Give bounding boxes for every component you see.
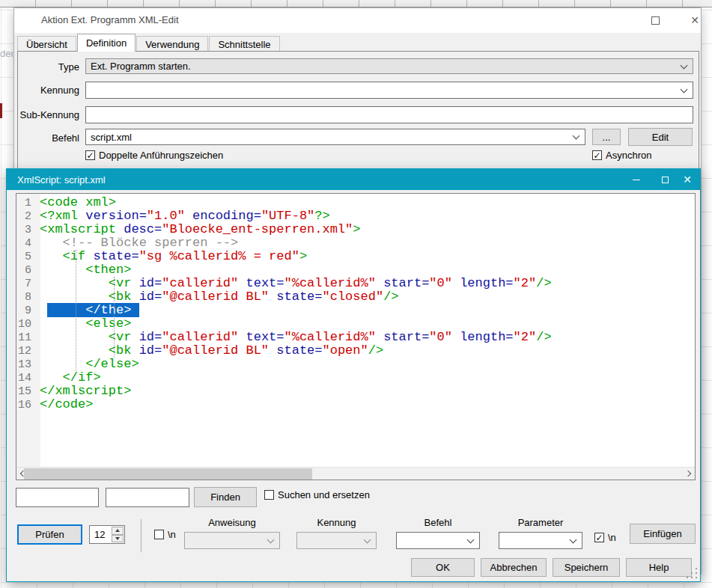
doppelte-checkbox[interactable]: ✓ — [85, 150, 95, 160]
line-number: 11 — [16, 331, 36, 345]
suchen-ersetzen-checkbox-row[interactable]: Suchen und ersetzen — [264, 489, 370, 500]
anweisung-combobox[interactable] — [184, 532, 280, 549]
code-line-text: </xmlscript> — [36, 384, 131, 398]
line-number-spinner[interactable]: 12 — [89, 525, 125, 544]
background-red-mark — [0, 103, 2, 118]
code-line[interactable]: 1<code xml> — [16, 196, 695, 209]
code-line[interactable]: 11 <vr id="callerid" text="%callerid%" s… — [16, 331, 695, 344]
doppelte-checkbox-label: Doppelte Anführungszeichen — [99, 150, 223, 161]
close-icon[interactable]: ✕ — [685, 11, 705, 29]
code-line[interactable]: 16</code> — [16, 398, 695, 411]
parameter-combobox[interactable] — [499, 532, 582, 549]
code-line[interactable]: 5 <if state="sg %callerid% = red"> — [16, 250, 695, 263]
tab-schnittstelle[interactable]: Schnittstelle — [209, 36, 279, 52]
line-number: 3 — [16, 224, 36, 237]
finden-button[interactable]: Finden — [194, 487, 257, 507]
search-input[interactable] — [16, 488, 99, 507]
edit-button[interactable]: Edit — [628, 128, 693, 146]
code-line-text: <bk id="@callerid BL" state="closed"/> — [36, 290, 399, 304]
replace-input[interactable] — [106, 488, 189, 507]
type-combobox[interactable]: Ext. Programm starten. — [85, 58, 693, 74]
line-number: 16 — [16, 399, 36, 412]
code-line[interactable]: 4 <!-- Blöcke sperren --> — [16, 236, 695, 250]
ok-button[interactable]: OK — [411, 558, 475, 577]
xmlscript-dialog-titlebar[interactable]: XmlScript: script.xml — [7, 169, 700, 190]
tab-verwendung[interactable]: Verwendung — [136, 36, 208, 52]
browse-button[interactable]: ... — [592, 129, 621, 145]
kennung-label: Kennung — [16, 85, 79, 96]
indent-guide — [114, 277, 115, 358]
code-line[interactable]: 12 <bk id="@callerid BL" state="open"/> — [16, 344, 695, 358]
line-number: 1 — [16, 197, 36, 210]
chevron-down-icon — [267, 536, 275, 543]
code-line[interactable]: 13 </else> — [16, 358, 695, 371]
resize-grip[interactable] — [687, 568, 697, 578]
line-number: 10 — [16, 318, 36, 331]
kennung2-label: Kennung — [296, 517, 377, 528]
abbrechen-button[interactable]: Abbrechen — [481, 558, 547, 577]
code-line[interactable]: 10 <else> — [16, 317, 695, 331]
doppelte-checkbox-row[interactable]: ✓ Doppelte Anführungszeichen — [85, 150, 223, 161]
code-line-text: <if state="sg %callerid% = red"> — [36, 249, 307, 263]
newline2-checkbox[interactable]: ✓ — [594, 533, 604, 542]
chevron-down-icon — [681, 85, 688, 93]
einfuegen-button[interactable]: Einfügen — [630, 524, 696, 544]
kennung2-combobox[interactable] — [296, 532, 377, 549]
befehl-label: Befehl — [16, 132, 79, 144]
asynchron-checkbox[interactable]: ✓ — [592, 150, 602, 160]
befehl2-label: Befehl — [396, 517, 480, 528]
suchen-ersetzen-checkbox[interactable] — [264, 490, 274, 500]
action-dialog-title: Aktion Ext. Programm XML-Edit — [41, 14, 179, 25]
code-line[interactable]: 2<?xml version="1.0" encoding="UTF-8"?> — [16, 209, 695, 223]
scroll-right-icon[interactable] — [685, 471, 691, 477]
scrollbar-thumb[interactable] — [24, 468, 312, 480]
code-line[interactable]: 7 <vr id="callerid" text="%callerid%" st… — [16, 277, 695, 290]
horizontal-scrollbar[interactable] — [16, 467, 695, 480]
xmlscript-dialog: XmlScript: script.xml ✕ 1<code xml>2<?xm… — [6, 168, 701, 582]
tab-definition[interactable]: Definition — [77, 34, 136, 52]
maximize-icon[interactable] — [652, 169, 678, 190]
code-line-text: </the> — [36, 303, 139, 317]
close-icon[interactable]: ✕ — [675, 169, 700, 190]
help-button[interactable]: Help — [626, 558, 692, 577]
spinner-value: 12 — [94, 529, 105, 540]
line-number: 7 — [16, 278, 36, 291]
sub-kennung-input[interactable] — [85, 106, 693, 123]
spin-down-icon[interactable] — [112, 535, 124, 543]
code-line[interactable]: 3<xmlscript desc="Bloecke_ent-sperren.xm… — [16, 223, 695, 236]
code-line[interactable]: 14 </if> — [16, 371, 695, 385]
line-number: 12 — [16, 345, 36, 358]
type-combobox-value: Ext. Programm starten. — [91, 61, 191, 72]
spin-up-icon[interactable] — [112, 527, 124, 535]
line-number: 6 — [16, 264, 36, 278]
asynchron-checkbox-row[interactable]: ✓ Asynchron — [592, 150, 651, 161]
parameter-label: Parameter — [499, 517, 582, 528]
maximize-icon[interactable] — [651, 16, 660, 25]
separator — [141, 519, 142, 552]
newline1-checkbox-label: \n — [168, 529, 176, 540]
code-line-text: <?xml version="1.0" encoding="UTF-8"?> — [36, 209, 330, 223]
sub-kennung-label: Sub-Kennung — [16, 109, 79, 120]
chevron-down-icon — [364, 536, 371, 543]
minimize-icon[interactable] — [624, 169, 649, 190]
line-number: 14 — [16, 372, 36, 385]
befehl-combobox[interactable]: script.xml — [85, 129, 585, 145]
tab-uebersicht[interactable]: Übersicht — [17, 36, 76, 52]
befehl2-combobox[interactable] — [396, 532, 480, 549]
kennung-combobox[interactable] — [85, 82, 693, 99]
code-line[interactable]: 8 <bk id="@callerid BL" state="closed"/> — [16, 290, 695, 304]
speichern-button[interactable]: Speichern — [553, 558, 620, 577]
pruefen-button[interactable]: Prüfen — [17, 524, 82, 545]
newline1-checkbox-row[interactable]: \n — [154, 529, 176, 540]
xml-code-editor[interactable]: 1<code xml>2<?xml version="1.0" encoding… — [16, 193, 696, 480]
newline2-checkbox-row[interactable]: ✓ \n — [594, 532, 616, 543]
action-dialog-titlebar[interactable]: Aktion Ext. Programm XML-Edit — [14, 8, 701, 33]
chevron-down-icon — [467, 536, 475, 543]
code-line[interactable]: 15</xmlscript> — [16, 385, 695, 398]
code-lines: 1<code xml>2<?xml version="1.0" encoding… — [16, 196, 695, 411]
code-line[interactable]: 9 </the> — [16, 304, 695, 317]
suchen-ersetzen-checkbox-label: Suchen und ersetzen — [278, 489, 370, 500]
newline1-checkbox[interactable] — [154, 530, 164, 539]
code-line[interactable]: 6 <then> — [16, 263, 695, 277]
chevron-down-icon — [570, 536, 577, 543]
